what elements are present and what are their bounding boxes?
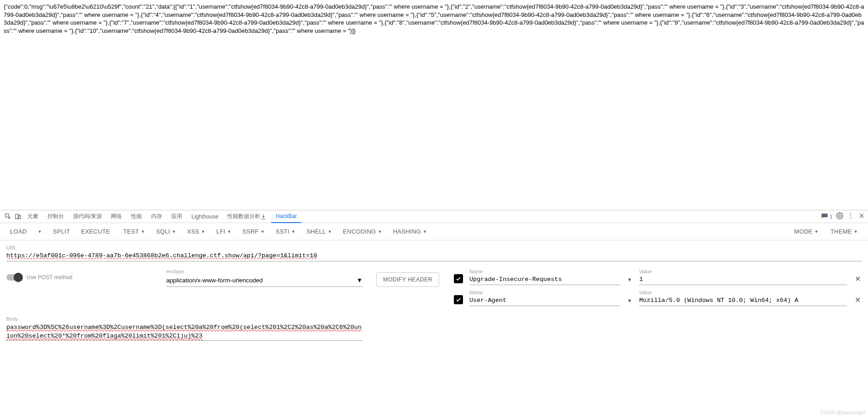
hackbar-body: URL Use POST method enctype application/…	[0, 240, 868, 416]
tab-network[interactable]: 网络	[106, 210, 126, 223]
tab-perf-monitor[interactable]: 性能数据分析	[223, 210, 271, 223]
lfi-dropdown[interactable]: LFI▼	[212, 225, 236, 238]
svg-rect-1	[15, 214, 19, 219]
tab-performance[interactable]: 性能	[126, 210, 147, 223]
close-devtools-icon[interactable]	[858, 212, 865, 221]
header-value-input[interactable]	[639, 275, 847, 285]
tab-lighthouse[interactable]: Lighthouse	[187, 210, 223, 223]
chevron-down-icon: ▼	[357, 277, 363, 284]
devtools-tabstrip: 元素 控制台 源代码/来源 网络 性能 内存 应用 Lighthouse 性能数…	[0, 210, 868, 223]
theme-dropdown[interactable]: THEME▼	[826, 225, 863, 238]
tab-memory[interactable]: 内存	[147, 210, 167, 223]
json-response-text: {"code":0,"msg":"\u67e5\u8be2\u6210\u529…	[4, 3, 864, 35]
sqli-dropdown[interactable]: SQLI▼	[152, 225, 181, 238]
chevron-down-icon[interactable]: ▼	[626, 277, 633, 282]
body-input[interactable]	[6, 322, 363, 341]
tab-application[interactable]: 应用	[167, 210, 187, 223]
header-value-label: Value	[639, 290, 847, 295]
use-post-toggle[interactable]	[6, 274, 22, 281]
settings-icon[interactable]	[836, 212, 843, 221]
ssrf-dropdown[interactable]: SSRF▼	[238, 225, 269, 238]
svg-rect-2	[18, 215, 21, 219]
shell-dropdown[interactable]: SHELL▼	[302, 225, 337, 238]
execute-button[interactable]: EXECUTE	[76, 225, 115, 238]
header-row: Name ▼ Value ✕	[454, 269, 862, 285]
tab-elements[interactable]: 元素	[23, 210, 43, 223]
issues-count: 1	[830, 214, 832, 219]
load-button[interactable]: LOAD	[5, 225, 32, 238]
header-value-input[interactable]	[639, 296, 847, 306]
header-delete-icon[interactable]: ✕	[853, 296, 862, 304]
url-label: URL	[6, 245, 862, 250]
issues-badge[interactable]: 1	[821, 213, 832, 220]
use-post-label: Use POST method	[26, 274, 73, 281]
hashing-dropdown[interactable]: HASHING▼	[389, 225, 432, 238]
svg-point-6	[850, 218, 851, 218]
more-icon[interactable]	[847, 212, 854, 221]
xss-dropdown[interactable]: XSS▼	[183, 225, 210, 238]
header-name-input[interactable]	[469, 275, 620, 285]
header-value-label: Value	[639, 269, 847, 274]
header-enabled-checkbox[interactable]	[454, 274, 463, 283]
svg-point-3	[839, 215, 841, 217]
devtools-panel: 元素 控制台 源代码/来源 网络 性能 内存 应用 Lighthouse 性能数…	[0, 210, 868, 416]
modify-header-button[interactable]: MODIFY HEADER	[376, 272, 439, 287]
tab-sources[interactable]: 源代码/来源	[68, 210, 106, 223]
svg-point-4	[850, 213, 851, 214]
svg-point-5	[850, 215, 851, 216]
ssti-dropdown[interactable]: SSTI▼	[271, 225, 300, 238]
header-row: Name ▼ Value ✕	[454, 290, 862, 306]
mode-dropdown[interactable]: MODE▼	[789, 225, 823, 238]
body-label: Body	[6, 316, 363, 322]
load-dropdown[interactable]: ▼	[33, 227, 47, 237]
enctype-value: application/x-www-form-urlencoded	[166, 277, 263, 284]
header-enabled-checkbox[interactable]	[454, 295, 463, 304]
tab-hackbar[interactable]: HackBar	[271, 210, 301, 223]
hackbar-toolbar: LOAD ▼ SPLIT EXECUTE TEST▼ SQLI▼ XSS▼ LF…	[0, 223, 868, 240]
encoding-dropdown[interactable]: ENCODING▼	[338, 225, 387, 238]
test-dropdown[interactable]: TEST▼	[119, 225, 150, 238]
header-name-input[interactable]	[469, 296, 620, 306]
tab-console[interactable]: 控制台	[43, 210, 68, 223]
page-response-area: {"code":0,"msg":"\u67e5\u8be2\u6210\u529…	[0, 0, 868, 210]
download-icon	[260, 213, 267, 220]
url-input[interactable]	[6, 251, 862, 261]
header-delete-icon[interactable]: ✕	[853, 275, 862, 283]
header-name-label: Name	[469, 269, 620, 274]
inspect-icon[interactable]	[3, 212, 13, 222]
header-name-label: Name	[469, 290, 620, 295]
enctype-label: enctype	[166, 269, 363, 274]
split-button[interactable]: SPLIT	[48, 225, 75, 238]
device-toggle-icon[interactable]	[13, 212, 23, 222]
tab-perf-monitor-label: 性能数据分析	[227, 213, 260, 220]
chevron-down-icon[interactable]: ▼	[626, 298, 633, 303]
enctype-select[interactable]: application/x-www-form-urlencoded ▼	[166, 275, 363, 287]
svg-rect-0	[5, 214, 8, 217]
